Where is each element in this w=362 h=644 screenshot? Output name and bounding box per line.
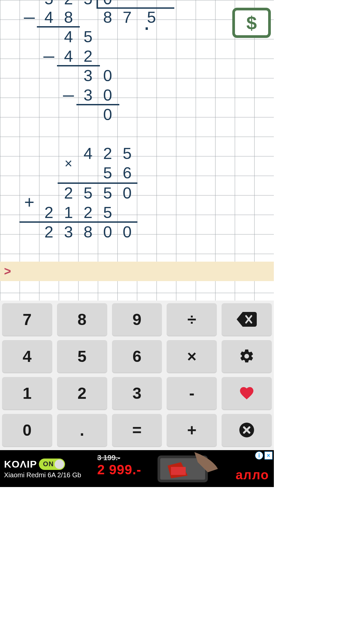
digit: 5 <box>117 144 137 163</box>
digit: 0 <box>117 183 137 203</box>
ad-brand-on: ON <box>43 460 54 468</box>
key-6[interactable]: 6 <box>112 340 162 372</box>
digit: 2 <box>39 222 59 241</box>
digit: 5 <box>78 0 98 8</box>
gear-icon <box>239 348 255 364</box>
heart-icon <box>238 385 256 401</box>
key-equals[interactable]: = <box>112 414 162 446</box>
digit: 3 <box>78 66 98 85</box>
digit: 5 <box>98 203 117 222</box>
key-clear[interactable] <box>222 414 272 446</box>
close-circle-icon <box>239 422 255 438</box>
ad-controls: i × <box>255 451 273 460</box>
key-minus[interactable]: - <box>167 377 217 409</box>
digit: 2 <box>78 46 98 66</box>
plus-sign: + <box>19 193 39 212</box>
times-sign: × <box>59 154 78 173</box>
digit: 6 <box>117 163 137 182</box>
digit: 1 <box>59 203 78 222</box>
digit: 2 <box>78 203 98 222</box>
minus-sign: _ <box>39 38 59 57</box>
minus-sign: _ <box>59 76 78 96</box>
digit: 5 <box>98 163 117 182</box>
ad-product-image <box>147 452 221 485</box>
digit: 0 <box>98 66 117 85</box>
ad-info-button[interactable]: i <box>255 451 263 460</box>
ad-price: 3 199.- 2 999.- <box>97 453 141 477</box>
minus-sign: _ <box>19 0 39 18</box>
digit: 8 <box>98 7 117 27</box>
digit: 4 <box>59 46 78 66</box>
digit: 0 <box>98 222 117 241</box>
key-7[interactable]: 7 <box>2 303 52 335</box>
digit: 5 <box>137 7 167 27</box>
ad-close-button[interactable]: × <box>264 451 273 460</box>
digit: 0 <box>117 222 137 241</box>
ad-shop-logo: алло <box>236 468 269 482</box>
ad-left: KOΛIP ON Xiaomi Redmi 6A 2/16 Gb <box>4 459 81 479</box>
digit: 3 <box>78 85 98 105</box>
calculator-keypad: 7 8 9 ÷ 4 5 6 × 1 2 3 - 0 . = + <box>0 301 274 450</box>
digit: 3 <box>59 222 78 241</box>
premium-money-button[interactable]: $ <box>232 8 271 38</box>
key-3[interactable]: 3 <box>112 377 162 409</box>
dollar-icon: $ <box>246 12 257 34</box>
ad-old-price: 3 199.- <box>97 453 141 462</box>
ad-subtitle: Xiaomi Redmi 6A 2/16 Gb <box>4 471 81 479</box>
digit: 0 <box>98 105 117 124</box>
key-5[interactable]: 5 <box>57 340 107 372</box>
digit: 4 <box>39 7 59 27</box>
digit: 2 <box>98 144 117 163</box>
key-2[interactable]: 2 <box>57 377 107 409</box>
ad-new-price: 2 999.- <box>97 462 141 477</box>
key-decimal[interactable]: . <box>57 414 107 446</box>
digit: 7 <box>117 7 137 27</box>
key-9[interactable]: 9 <box>112 303 162 335</box>
digit: 8 <box>59 7 78 27</box>
caret-icon: > <box>4 264 11 278</box>
key-divide[interactable]: ÷ <box>167 303 217 335</box>
key-1[interactable]: 1 <box>2 377 52 409</box>
backspace-icon <box>237 312 257 327</box>
key-0[interactable]: 0 <box>2 414 52 446</box>
svg-rect-3 <box>171 467 186 475</box>
key-favorite[interactable] <box>222 377 272 409</box>
key-settings[interactable] <box>222 340 272 372</box>
digit: 5 <box>98 183 117 203</box>
ad-brand: KOΛIP ON <box>4 459 81 470</box>
input-prompt-row[interactable]: > <box>0 262 274 281</box>
key-4[interactable]: 4 <box>2 340 52 372</box>
digit: 5 <box>78 27 98 46</box>
toggle-on-icon: ON <box>39 459 65 470</box>
key-plus[interactable]: + <box>167 414 217 446</box>
digit: 4 <box>59 27 78 46</box>
ad-brand-text: KOΛIP <box>4 459 37 470</box>
digit: 2 <box>39 203 59 222</box>
math-work-area[interactable]: $ 5 2 5 0 _ 8 7 . 5 4 8 _ 4 5 4 2 _ 3 0 … <box>0 0 274 301</box>
digit: 4 <box>78 144 98 163</box>
digit: 5 <box>78 183 98 203</box>
key-multiply[interactable]: × <box>167 340 217 372</box>
ad-banner[interactable]: KOΛIP ON Xiaomi Redmi 6A 2/16 Gb 3 199.-… <box>0 450 274 487</box>
key-backspace[interactable] <box>222 303 272 335</box>
key-8[interactable]: 8 <box>57 303 107 335</box>
digit: 0 <box>98 85 117 105</box>
digit: 2 <box>59 183 78 203</box>
digit: 8 <box>78 222 98 241</box>
